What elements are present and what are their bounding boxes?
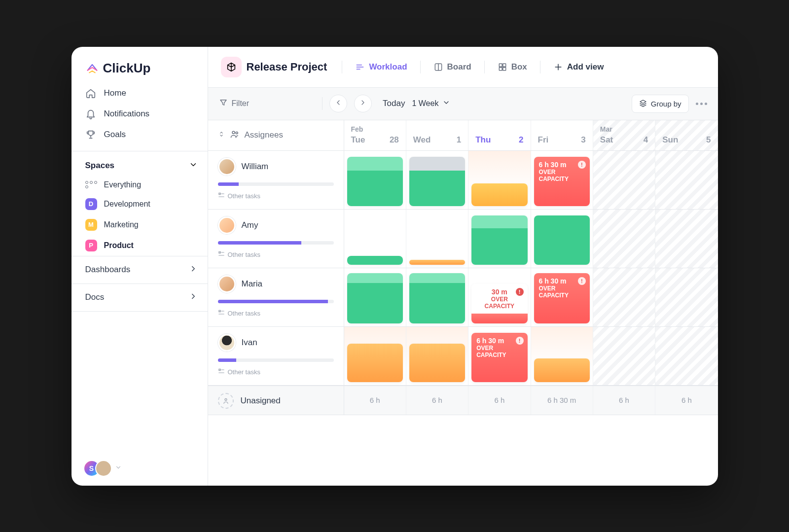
- workload-cell[interactable]: [344, 327, 406, 385]
- workload-cell[interactable]: [593, 151, 655, 209]
- workload-cell[interactable]: 6 h 30 m!OVER CAPACITY: [531, 151, 593, 209]
- workload-cell[interactable]: [406, 268, 468, 326]
- workload-cell[interactable]: [593, 268, 655, 326]
- user-avatar-stack[interactable]: S: [72, 451, 208, 486]
- project-icon: [221, 57, 242, 77]
- nav-label: Goals: [104, 130, 126, 140]
- range-select[interactable]: 1 Week: [412, 99, 450, 108]
- space-label: Everything: [104, 180, 142, 189]
- space-marketing[interactable]: M Marketing: [72, 214, 208, 235]
- assignee-row: Amy Other tasks: [208, 210, 718, 268]
- nav-notifications[interactable]: Notifications: [72, 104, 208, 124]
- space-label: Product: [104, 241, 134, 250]
- plus-icon: [553, 62, 563, 72]
- box-icon: [498, 62, 507, 72]
- assignee-cell[interactable]: Ivan Other tasks: [208, 327, 344, 385]
- alert-icon: !: [578, 161, 586, 169]
- assignee-cell[interactable]: Unasigned: [208, 386, 344, 415]
- groupby-label: Group by: [651, 100, 681, 108]
- spaces-header[interactable]: Spaces: [72, 151, 208, 176]
- capacity-bar: [218, 241, 334, 245]
- assignee-cell[interactable]: William Other tasks: [208, 151, 344, 209]
- workload-cell[interactable]: [593, 210, 655, 268]
- today-button[interactable]: Today: [383, 99, 405, 108]
- other-tasks-link[interactable]: Other tasks: [218, 368, 334, 376]
- people-icon: [230, 129, 240, 142]
- assignee-cell[interactable]: Amy Other tasks: [208, 210, 344, 268]
- nav-goals[interactable]: Goals: [72, 124, 208, 145]
- assignee-name: Amy: [242, 220, 258, 230]
- view-tab-workload[interactable]: Workload: [350, 59, 412, 75]
- groupby-button[interactable]: Group by: [632, 95, 689, 113]
- avatar: [218, 158, 236, 176]
- grid-header: Assignees FebTue28 Wed1 Thu2 Fri3 MarSat…: [208, 120, 718, 151]
- home-icon: [85, 88, 96, 99]
- workload-cell[interactable]: [468, 210, 531, 268]
- day-header[interactable]: MarSat4: [593, 120, 655, 150]
- avatar: [218, 275, 236, 293]
- alert-icon: !: [516, 288, 524, 296]
- svg-rect-1: [499, 64, 502, 67]
- unassigned-icon: [218, 393, 234, 409]
- assignee-name: Maria: [242, 279, 263, 289]
- workload-cell[interactable]: 6 h 30 m!OVER CAPACITY: [531, 268, 593, 326]
- brand-logo[interactable]: ClickUp: [72, 47, 208, 83]
- workload-cell[interactable]: [593, 327, 655, 385]
- other-tasks-link[interactable]: Other tasks: [218, 250, 334, 259]
- svg-point-6: [236, 132, 238, 134]
- workload-cell[interactable]: [406, 210, 468, 268]
- sidebar: ClickUp Home Notifications Goals Spaces …: [72, 47, 208, 486]
- workload-cell[interactable]: [531, 210, 593, 268]
- other-tasks-link[interactable]: Other tasks: [218, 309, 334, 318]
- nav-home[interactable]: Home: [72, 83, 208, 104]
- nav-dashboards[interactable]: Dashboards: [72, 256, 208, 284]
- footer-total: 6 h: [593, 386, 655, 415]
- space-everything[interactable]: Everything: [72, 176, 208, 194]
- day-header[interactable]: Thu2: [468, 120, 531, 150]
- workload-cell[interactable]: [655, 210, 717, 268]
- workload-cell[interactable]: [468, 151, 531, 209]
- workload-cell[interactable]: [344, 151, 406, 209]
- workload-cell[interactable]: [655, 268, 717, 326]
- view-tab-board[interactable]: Board: [429, 59, 476, 75]
- board-icon: [433, 62, 443, 72]
- day-headers: FebTue28 Wed1 Thu2 Fri3 MarSat4 Sun5: [344, 120, 718, 150]
- chevron-left-icon: [334, 99, 342, 108]
- main-area: Release Project Workload Board Box Add v…: [208, 47, 718, 486]
- app-window: ClickUp Home Notifications Goals Spaces …: [72, 47, 718, 486]
- workload-cell[interactable]: 30 m!OVER CAPACITY: [468, 268, 531, 326]
- workload-cell[interactable]: [655, 151, 717, 209]
- layers-icon: [639, 99, 647, 108]
- assignee-row: Ivan Other tasks 6 h 30 m!OVER CAPACITY: [208, 327, 718, 386]
- add-view-button[interactable]: Add view: [548, 59, 609, 75]
- space-product[interactable]: P Product: [72, 235, 208, 256]
- next-button[interactable]: [354, 95, 372, 112]
- view-tab-box[interactable]: Box: [493, 59, 532, 75]
- day-header[interactable]: Wed1: [406, 120, 468, 150]
- workload-cell[interactable]: [344, 268, 406, 326]
- space-development[interactable]: D Development: [72, 194, 208, 214]
- footer-total: 6 h 30 m: [531, 386, 593, 415]
- assignee-cell[interactable]: Maria Other tasks: [208, 268, 344, 326]
- day-header[interactable]: Sun5: [655, 120, 717, 150]
- svg-rect-3: [499, 67, 502, 70]
- svg-rect-2: [502, 64, 505, 67]
- workload-cell[interactable]: [406, 327, 468, 385]
- workload-cell[interactable]: [406, 151, 468, 209]
- workload-cell[interactable]: 6 h 30 m!OVER CAPACITY: [468, 327, 531, 385]
- filter-button[interactable]: Filter: [219, 98, 250, 109]
- day-header[interactable]: FebTue28: [344, 120, 406, 150]
- chevron-down-icon: [442, 99, 450, 108]
- day-header[interactable]: Fri3: [531, 120, 593, 150]
- workload-cell[interactable]: [655, 327, 717, 385]
- chevron-down-icon: [189, 160, 198, 171]
- prev-button[interactable]: [329, 95, 347, 112]
- other-tasks-link[interactable]: Other tasks: [218, 192, 334, 200]
- avatar: [95, 460, 112, 477]
- workload-cell[interactable]: [344, 210, 406, 268]
- nav-docs[interactable]: Docs: [72, 284, 208, 312]
- unassigned-row: Unasigned 6 h 6 h 6 h 6 h 30 m 6 h 6 h: [208, 386, 718, 415]
- more-menu-button[interactable]: [696, 103, 707, 105]
- workload-cell[interactable]: [531, 327, 593, 385]
- assignees-header[interactable]: Assignees: [208, 120, 344, 150]
